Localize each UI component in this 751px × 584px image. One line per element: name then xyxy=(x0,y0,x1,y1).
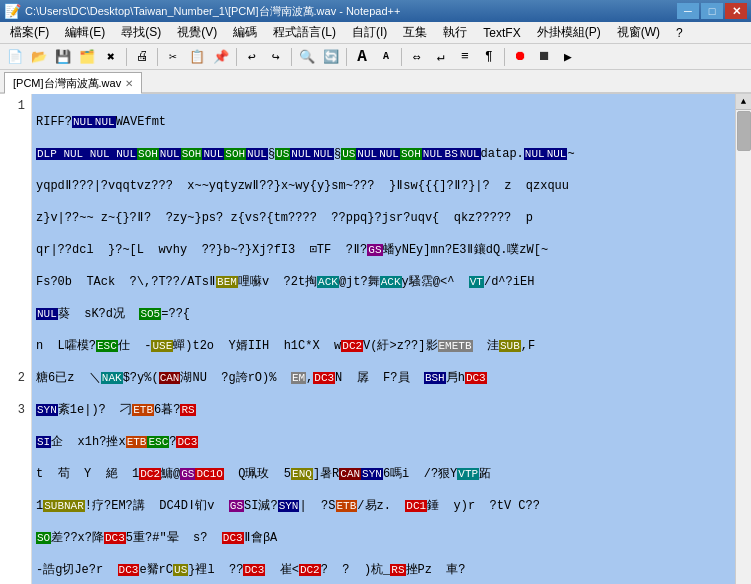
toolbar-sep-7 xyxy=(504,48,505,66)
line-num-1: 1 xyxy=(0,98,31,114)
paste-button[interactable]: 📌 xyxy=(210,46,232,68)
show-all-button[interactable]: ¶ xyxy=(478,46,500,68)
title-bar-left: 📝 C:\Users\DC\Desktop\Taiwan_Number_1\[P… xyxy=(4,3,400,19)
indent-button[interactable]: ≡ xyxy=(454,46,476,68)
tab-bar: [PCM]台灣南波萬.wav ✕ xyxy=(0,70,751,94)
editor-content[interactable]: RIFF?NULNULWAVEfmt DLP NUL NUL NULSOHNUL… xyxy=(32,94,735,584)
menu-plugins[interactable]: 外掛模組(P) xyxy=(529,22,609,43)
menu-custom[interactable]: 自訂(I) xyxy=(344,22,395,43)
menu-edit[interactable]: 編輯(E) xyxy=(57,22,113,43)
save-all-button[interactable]: 🗂️ xyxy=(76,46,98,68)
content-line-9: 糖6已z ＼NAK$?y%(CAN湖NU ?g誇rO)% EM,DC3N 孱 F… xyxy=(36,370,731,386)
line-num-2b: 2 xyxy=(0,370,31,386)
content-line-7: NUL葵 sK?d况 SO5=??{ xyxy=(36,306,731,322)
undo-button[interactable]: ↩ xyxy=(241,46,263,68)
menu-textfx[interactable]: TextFX xyxy=(475,22,528,43)
maximize-button[interactable]: □ xyxy=(701,3,723,19)
toolbar-sep-2 xyxy=(157,48,158,66)
content-line-11: SI企 x1h?挫xETBESC?DC3 xyxy=(36,434,731,450)
toolbar-sep-4 xyxy=(291,48,292,66)
menu-run[interactable]: 執行 xyxy=(435,22,475,43)
content-line-13: 1SUBNAR!疗?EM?講 DC4Dǀ钔v GSSI減?SYN| ?SETB/… xyxy=(36,498,731,514)
app-icon: 📝 xyxy=(4,3,21,19)
content-line-4: z}v|??~~ z~{}?ǁ? ?zy~}ps? z{vs?{tm???? ?… xyxy=(36,210,731,226)
title-text: C:\Users\DC\Desktop\Taiwan_Number_1\[PCM… xyxy=(25,4,400,19)
menu-encode[interactable]: 編碼 xyxy=(225,22,265,43)
content-line-15: -誥g切Je?r DC3e觺rCUS}裡l ??DC3 崔<DC2? ? )杭_… xyxy=(36,562,731,578)
line-num-3b: 3 xyxy=(0,402,31,418)
line-num-6 xyxy=(0,178,31,194)
line-num-9 xyxy=(0,226,31,242)
line-numbers: 1 2 3 xyxy=(0,94,32,584)
toolbar-sep-5 xyxy=(346,48,347,66)
scroll-up-btn[interactable]: ▲ xyxy=(736,94,752,110)
new-button[interactable]: 📄 xyxy=(4,46,26,68)
content-line-14: SO差??x?降DC35重?#"晕 s? DC3ǁ會βA xyxy=(36,530,731,546)
scrollbar[interactable]: ▲ ▼ xyxy=(735,94,751,584)
content-line-6: Fs?0b TAck ?\,?T??/ATsǁBEM哩囌v ?2t掏ACK@jt… xyxy=(36,274,731,290)
line-num-10 xyxy=(0,242,31,258)
title-bar: 📝 C:\Users\DC\Desktop\Taiwan_Number_1\[P… xyxy=(0,0,751,22)
content-line-1: RIFF?NULNULWAVEfmt xyxy=(36,114,731,130)
menu-view[interactable]: 視覺(V) xyxy=(169,22,225,43)
content-line-3: yqpdǁ???|?vqqtvz??? x~~yqtyzwǁ??}x~wy{y}… xyxy=(36,178,731,194)
line-num-3 xyxy=(0,130,31,146)
line-num-2 xyxy=(0,114,31,130)
title-bar-controls: ─ □ ✕ xyxy=(677,3,747,19)
close-button[interactable]: ✕ xyxy=(725,3,747,19)
zoom-in-button[interactable]: A xyxy=(351,46,373,68)
replace-button[interactable]: 🔄 xyxy=(320,46,342,68)
menu-macro[interactable]: 互集 xyxy=(395,22,435,43)
menu-bar: 檔案(F) 編輯(E) 尋找(S) 視覺(V) 編碼 程式語言(L) 自訂(I)… xyxy=(0,22,751,44)
menu-file[interactable]: 檔案(F) xyxy=(2,22,57,43)
zoom-out-button[interactable]: A xyxy=(375,46,397,68)
content-line-10: SYN紊1e|)? 刁ETB6暮?RS xyxy=(36,402,731,418)
redo-button[interactable]: ↪ xyxy=(265,46,287,68)
line-num-5 xyxy=(0,162,31,178)
line-num-7 xyxy=(0,194,31,210)
toolbar-sep-6 xyxy=(401,48,402,66)
toolbar-sep-3 xyxy=(236,48,237,66)
macro-stop-button[interactable]: ⏹ xyxy=(533,46,555,68)
open-button[interactable]: 📂 xyxy=(28,46,50,68)
line-num-12 xyxy=(0,274,31,290)
content-line-12: t 苟 Y 絕 1DC2鱅@GSDC1O Q珮玫 5ENQ]暑RCANSYN6嗎… xyxy=(36,466,731,482)
editor-wrapper: 1 2 3 RIFF?NULNULWAVEfmt DLP NUL NUL NUL… xyxy=(0,94,751,584)
tab-label: [PCM]台灣南波萬.wav xyxy=(13,76,121,91)
tab-main[interactable]: [PCM]台灣南波萬.wav ✕ xyxy=(4,72,142,94)
scroll-thumb[interactable] xyxy=(737,111,751,151)
line-num-11 xyxy=(0,258,31,274)
tab-close-icon[interactable]: ✕ xyxy=(125,78,133,89)
cut-button[interactable]: ✂ xyxy=(162,46,184,68)
menu-window[interactable]: 視窗(W) xyxy=(609,22,668,43)
macro-play-button[interactable]: ▶ xyxy=(557,46,579,68)
menu-help[interactable]: ? xyxy=(668,22,691,43)
word-wrap-button[interactable]: ↵ xyxy=(430,46,452,68)
content-line-2: DLP NUL NUL NULSOHNULSOHNULSOHNUL§USNULN… xyxy=(36,146,731,162)
save-button[interactable]: 💾 xyxy=(52,46,74,68)
toolbar: 📄 📂 💾 🗂️ ✖ 🖨 ✂ 📋 📌 ↩ ↪ 🔍 🔄 A A ⇔ ↵ ≡ ¶ ⏺… xyxy=(0,44,751,70)
macro-record-button[interactable]: ⏺ xyxy=(509,46,531,68)
line-num-8 xyxy=(0,210,31,226)
minimize-button[interactable]: ─ xyxy=(677,3,699,19)
close-button2[interactable]: ✖ xyxy=(100,46,122,68)
sync-scroll-button[interactable]: ⇔ xyxy=(406,46,428,68)
content-line-8: n L嚯模?ESC仕 -USE蟬)t2o Y婿ΙΙH h1C*X wDC2V(紆… xyxy=(36,338,731,354)
line-num-4 xyxy=(0,146,31,162)
menu-search[interactable]: 尋找(S) xyxy=(113,22,169,43)
find-button[interactable]: 🔍 xyxy=(296,46,318,68)
content-line-5: qr|??dcl }?~[L wvhy ??}b~?}Xj?fI3 ⊡TF ?ǁ… xyxy=(36,242,731,258)
menu-language[interactable]: 程式語言(L) xyxy=(265,22,344,43)
toolbar-sep-1 xyxy=(126,48,127,66)
copy-button[interactable]: 📋 xyxy=(186,46,208,68)
print-button[interactable]: 🖨 xyxy=(131,46,153,68)
